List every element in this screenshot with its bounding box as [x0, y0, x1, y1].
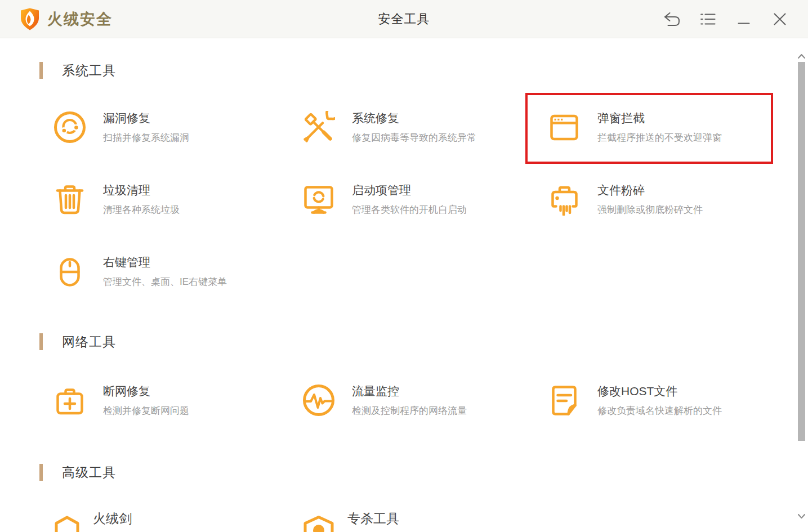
tool-desc: 清理各种系统垃圾: [103, 203, 180, 217]
tool-desc: 管理文件、桌面、IE右键菜单: [103, 275, 227, 289]
tool-name: 火绒剑: [93, 511, 132, 526]
tool-junk-clean[interactable]: 垃圾清理 清理各种系统垃圾: [53, 163, 302, 235]
titlebar: 火绒安全 安全工具: [0, 0, 808, 38]
minimize-icon: [738, 13, 750, 25]
section-title: 网络工具: [62, 333, 116, 351]
tool-name: 流量监控: [352, 383, 467, 399]
tool-name: 启动项管理: [352, 182, 467, 198]
brand: 火绒安全: [0, 7, 113, 31]
section-header: 系统工具: [39, 62, 808, 79]
scrollbar[interactable]: [796, 38, 806, 532]
tool-name: 文件粉碎: [597, 182, 703, 198]
tool-system-repair[interactable]: 系统修复 修复因病毒等导致的系统异常: [302, 91, 548, 163]
tool-name: 专杀工具: [347, 511, 399, 526]
tool-name: 垃圾清理: [103, 182, 180, 198]
tool-context-menu-manager[interactable]: 右键管理 管理文件、桌面、IE右键菜单: [53, 235, 302, 307]
traffic-monitor-icon: [302, 384, 335, 417]
close-icon: [773, 12, 787, 26]
tool-desc: 修复因病毒等导致的系统异常: [352, 131, 476, 145]
tool-name: 修改HOST文件: [597, 383, 722, 399]
menu-button[interactable]: [690, 0, 726, 38]
back-button[interactable]: [654, 0, 690, 38]
file-shredder-icon: [548, 183, 581, 216]
tool-desc: 强制删除或彻底粉碎文件: [597, 203, 703, 217]
window-controls: [654, 0, 808, 38]
host-file-icon: [548, 384, 581, 417]
section-system-tools: 系统工具 漏洞修复 扫描并修复系统漏洞: [0, 62, 808, 307]
scroll-up-icon[interactable]: [797, 51, 806, 61]
tool-huorong-sword[interactable]: 火绒剑: [53, 509, 302, 532]
window-title: 安全工具: [378, 11, 430, 28]
popup-block-icon: [548, 111, 581, 144]
tool-traffic-monitor[interactable]: 流量监控 检测及控制程序的网络流量: [302, 364, 548, 436]
tool-desc: 检测及控制程序的网络流量: [352, 404, 467, 418]
junk-clean-icon: [53, 183, 86, 216]
killer-shield-icon: [302, 509, 335, 532]
tool-desc: 拦截程序推送的不受欢迎弹窗: [597, 131, 722, 145]
tools-grid: 漏洞修复 扫描并修复系统漏洞 系统修复: [0, 91, 808, 307]
tool-popup-block[interactable]: 弹窗拦截 拦截程序推送的不受欢迎弹窗: [548, 91, 808, 163]
list-menu-icon: [700, 13, 716, 25]
section-advanced-tools: 高级工具 火绒剑: [0, 464, 808, 532]
tool-name: 断网修复: [103, 383, 189, 399]
close-button[interactable]: [762, 0, 798, 38]
tool-desc: 修改负责域名快速解析的文件: [597, 404, 722, 418]
tool-name: 弹窗拦截: [597, 110, 722, 126]
brand-name: 火绒安全: [47, 9, 113, 29]
tool-network-repair[interactable]: 断网修复 检测并修复断网问题: [53, 364, 302, 436]
network-repair-icon: [53, 384, 86, 417]
section-title: 高级工具: [62, 464, 116, 481]
system-repair-icon: [302, 111, 335, 144]
sword-shield-icon: [53, 509, 81, 532]
tools-grid: 断网修复 检测并修复断网问题 流量监控 检测及控制程序的网络流量: [0, 364, 808, 436]
minimize-button[interactable]: [726, 0, 762, 38]
startup-manager-icon: [302, 183, 335, 216]
tools-grid: 火绒剑 专杀工具: [0, 509, 808, 532]
mouse-right-click-icon: [53, 255, 86, 288]
section-accent-bar: [39, 62, 43, 79]
tool-desc: 管理各类软件的开机自启动: [352, 203, 467, 217]
section-header: 高级工具: [39, 464, 808, 481]
tool-desc: 扫描并修复系统漏洞: [103, 131, 189, 145]
section-accent-bar: [39, 464, 43, 481]
tool-startup-manager[interactable]: 启动项管理 管理各类软件的开机自启动: [302, 163, 548, 235]
back-icon: [663, 11, 680, 26]
tool-killer-tools[interactable]: 专杀工具: [302, 509, 548, 532]
vulnerability-fix-icon: [53, 111, 86, 144]
tool-host-file[interactable]: 修改HOST文件 修改负责域名快速解析的文件: [548, 364, 808, 436]
tool-name: 右键管理: [103, 254, 227, 270]
section-accent-bar: [39, 333, 43, 350]
scroll-down-icon[interactable]: [797, 511, 806, 521]
tool-vulnerability-fix[interactable]: 漏洞修复 扫描并修复系统漏洞: [53, 91, 302, 163]
section-network-tools: 网络工具 断网修复 检测并修复断网问题: [0, 333, 808, 436]
section-header: 网络工具: [39, 333, 808, 350]
tool-desc: 检测并修复断网问题: [103, 404, 189, 418]
tool-name: 系统修复: [352, 110, 476, 126]
tool-file-shredder[interactable]: 文件粉碎 强制删除或彻底粉碎文件: [548, 163, 808, 235]
tools-page: 系统工具 漏洞修复 扫描并修复系统漏洞: [0, 38, 808, 532]
scrollbar-thumb[interactable]: [798, 62, 805, 441]
tool-name: 漏洞修复: [103, 110, 189, 126]
brand-logo-icon: [19, 7, 41, 31]
section-title: 系统工具: [62, 62, 116, 79]
